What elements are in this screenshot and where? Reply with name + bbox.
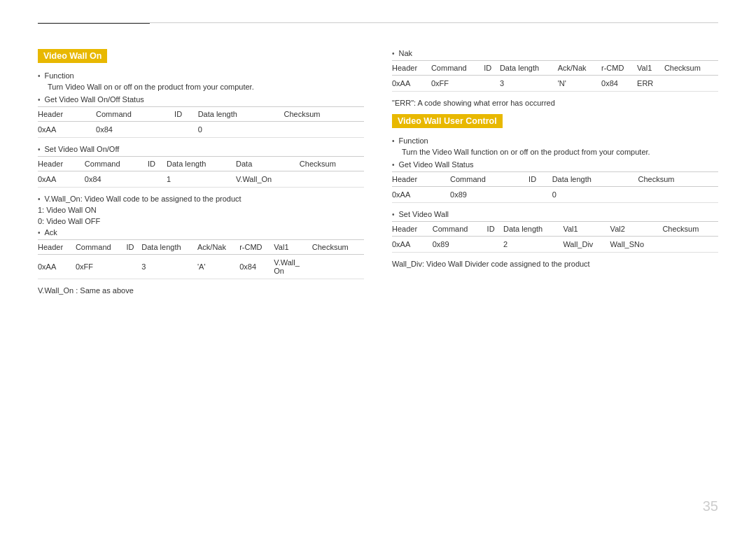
page: Video Wall On • Function Turn Video Wall… xyxy=(0,0,756,534)
get-table: Header Command ID Data length Checksum 0… xyxy=(38,106,364,138)
table-row: 0xAA 0x89 0 xyxy=(392,187,718,203)
nak-td-datalength: 3 xyxy=(500,76,558,92)
bullet-dot-set: • xyxy=(38,146,41,153)
nak-th-acknak: Ack/Nak xyxy=(558,61,601,76)
wall-div-note: Wall_Div: Video Wall Divider code assign… xyxy=(392,260,718,268)
rset-td-datalength: 2 xyxy=(503,237,563,253)
set-td-checksum xyxy=(300,171,364,188)
right-function-item: • Function xyxy=(392,136,718,145)
set-td-id xyxy=(148,171,167,188)
table-row: 0xAA 0x84 1 V.Wall_On xyxy=(38,171,364,188)
bottom-note: V.Wall_On : Same as above xyxy=(38,286,364,295)
ack-label: Ack xyxy=(45,228,57,237)
rset-th-command: Command xyxy=(433,222,487,237)
err-note: "ERR": A code showing what error has occ… xyxy=(392,99,718,107)
left-column: Video Wall On • Function Turn Video Wall… xyxy=(38,49,364,302)
rset-td-val2: Wall_SNo xyxy=(610,237,663,253)
get-td-command: 0x84 xyxy=(96,122,174,138)
right-set-label: Set Video Wall xyxy=(399,210,449,218)
right-set-table-section: Header Command ID Data length Val1 Val2 … xyxy=(392,221,718,253)
rset-th-header: Header xyxy=(392,222,433,237)
nak-td-rcmd: 0x84 xyxy=(601,76,637,92)
ack-th-rcmd: r-CMD xyxy=(239,240,274,255)
set-table: Header Command ID Data length Data Check… xyxy=(38,156,364,188)
set-td-header: 0xAA xyxy=(38,171,85,188)
nak-item: • Nak xyxy=(392,49,718,57)
right-function-desc: Turn the Video Wall function on or off o… xyxy=(402,148,718,156)
nak-th-header: Header xyxy=(392,61,431,76)
set-td-data: V.Wall_On xyxy=(236,171,300,188)
right-get-table-section: Header Command ID Data length Checksum 0… xyxy=(392,171,718,203)
note3-text: 0: Video Wall OFF xyxy=(38,217,364,225)
nak-label: Nak xyxy=(399,49,413,57)
page-number: 35 xyxy=(703,498,718,514)
ack-th-checksum: Checksum xyxy=(312,240,364,255)
set-th-id: ID xyxy=(148,157,167,171)
nak-td-val1: ERR xyxy=(637,76,664,92)
ack-td-rcmd: 0x84 xyxy=(239,255,274,279)
nak-th-checksum: Checksum xyxy=(664,61,718,76)
ack-th-command: Command xyxy=(76,240,127,255)
rget-td-id xyxy=(528,187,552,203)
bullet-dot-right-set: • xyxy=(392,211,395,218)
rset-th-id: ID xyxy=(487,222,503,237)
ack-td-datalength: 3 xyxy=(141,255,197,279)
rset-th-checksum: Checksum xyxy=(662,222,718,237)
nak-th-datalength: Data length xyxy=(500,61,558,76)
nak-td-acknak: 'N' xyxy=(558,76,601,92)
set-th-datalength: Data length xyxy=(167,157,236,171)
ack-table-section: Header Command ID Data length Ack/Nak r-… xyxy=(38,239,364,279)
ack-td-id xyxy=(127,255,142,279)
right-function-label: Function xyxy=(399,136,428,145)
rget-td-checksum xyxy=(638,187,718,203)
nak-td-checksum xyxy=(664,76,718,92)
table-row: 0xAA 0xFF 3 'N' 0x84 ERR xyxy=(392,76,718,92)
right-get-item: • Get Video Wall Status xyxy=(392,160,718,169)
table-row: 0xAA 0x89 2 Wall_Div Wall_SNo xyxy=(392,237,718,253)
nak-td-id xyxy=(484,76,500,92)
note2-text: 1: Video Wall ON xyxy=(38,206,364,214)
content: Video Wall On • Function Turn Video Wall… xyxy=(38,49,718,302)
nak-td-header: 0xAA xyxy=(392,76,431,92)
bullet-dot-get: • xyxy=(38,96,41,104)
ack-td-command: 0xFF xyxy=(76,255,127,279)
left-section-title: Video Wall On xyxy=(38,49,107,63)
get-th-header: Header xyxy=(38,107,96,122)
rget-td-datalength: 0 xyxy=(552,187,638,203)
rset-th-val2: Val2 xyxy=(610,222,663,237)
rset-td-val1: Wall_Div xyxy=(563,237,610,253)
nak-th-command: Command xyxy=(431,61,484,76)
get-td-checksum xyxy=(284,122,364,138)
ack-td-header: 0xAA xyxy=(38,255,76,279)
set-th-checksum: Checksum xyxy=(300,157,364,171)
ack-td-val1: V.Wall_On xyxy=(274,255,312,279)
ack-th-header: Header xyxy=(38,240,76,255)
get-th-checksum: Checksum xyxy=(284,107,364,122)
set-th-command: Command xyxy=(85,157,148,171)
nak-th-id: ID xyxy=(484,61,500,76)
get-label: Get Video Wall On/Off Status xyxy=(45,95,144,104)
rget-th-id: ID xyxy=(528,172,552,187)
ack-th-val1: Val1 xyxy=(274,240,312,255)
get-td-header: 0xAA xyxy=(38,122,96,138)
right-section-title: Video Wall User Control xyxy=(392,114,503,128)
rget-td-header: 0xAA xyxy=(392,187,450,203)
nak-th-rcmd: r-CMD xyxy=(601,61,637,76)
get-th-datalength: Data length xyxy=(198,107,284,122)
ack-item: • Ack xyxy=(38,228,364,237)
rget-th-command: Command xyxy=(450,172,528,187)
set-label: Set Video Wall On/Off xyxy=(45,145,120,153)
ack-td-checksum xyxy=(312,255,364,279)
rset-td-id xyxy=(487,237,503,253)
set-th-header: Header xyxy=(38,157,85,171)
nak-table-section: Header Command ID Data length Ack/Nak r-… xyxy=(392,60,718,92)
right-set-item: • Set Video Wall xyxy=(392,210,718,218)
bullet-dot-note1: • xyxy=(38,195,41,203)
right-set-table: Header Command ID Data length Val1 Val2 … xyxy=(392,221,718,253)
ack-th-datalength: Data length xyxy=(141,240,197,255)
set-td-command: 0x84 xyxy=(85,171,148,188)
get-td-datalength: 0 xyxy=(198,122,284,138)
rset-td-header: 0xAA xyxy=(392,237,433,253)
get-th-command: Command xyxy=(96,107,174,122)
ack-table: Header Command ID Data length Ack/Nak r-… xyxy=(38,239,364,279)
